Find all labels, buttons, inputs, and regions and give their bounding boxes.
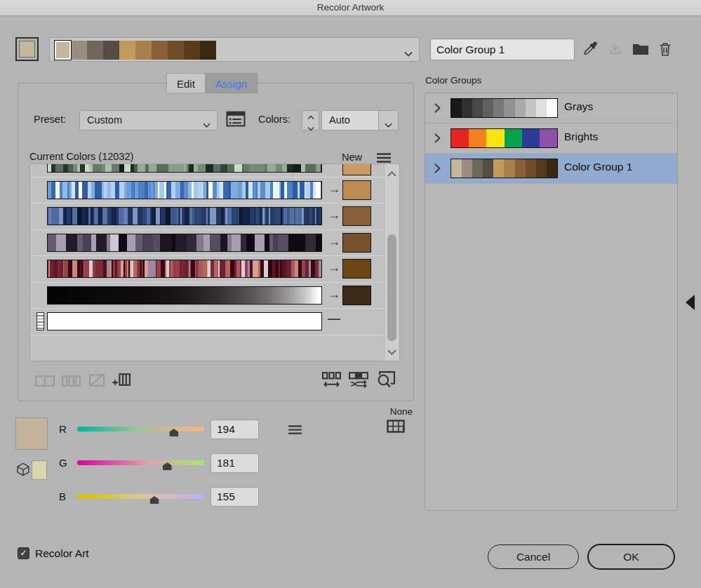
swatch-cell: [515, 159, 526, 178]
preset-select[interactable]: Custom: [79, 110, 218, 131]
recolor-art-checkbox[interactable]: ✓: [18, 547, 29, 559]
tab-edit[interactable]: Edit: [166, 73, 205, 93]
chevron-down-icon: [385, 119, 392, 130]
stepper-up-icon: [307, 115, 314, 120]
arrow-icon: →: [325, 208, 343, 222]
color-group-row[interactable]: Brights: [425, 123, 677, 154]
merge-colors-button-disabled[interactable]: [35, 375, 55, 390]
no-new-color-dash: —: [325, 312, 343, 326]
original-colors-strip[interactable]: [47, 260, 322, 278]
colors-stepper[interactable]: [302, 110, 319, 131]
distribute-colors-button[interactable]: [322, 372, 341, 390]
original-colors-strip[interactable]: [47, 207, 322, 225]
swatch-cell: [526, 99, 536, 117]
value-input-b[interactable]: [211, 487, 259, 507]
new-color-swatch[interactable]: [342, 259, 371, 279]
strip-swatch: [103, 41, 119, 60]
value-input-g[interactable]: [211, 453, 259, 473]
save-icon: [607, 41, 623, 58]
new-color-swatch[interactable]: [342, 206, 371, 226]
current-color-row-maroons[interactable]: →: [30, 256, 385, 283]
scrollbar-thumb[interactable]: [387, 234, 396, 341]
colors-select-chevron-cell[interactable]: [378, 111, 398, 130]
original-colors-strip[interactable]: [47, 234, 322, 252]
in-gamut-color-swatch[interactable]: [32, 460, 47, 480]
cancel-button[interactable]: Cancel: [488, 544, 579, 569]
row-grip-icon[interactable]: [36, 312, 44, 330]
slider-g[interactable]: [77, 460, 204, 465]
original-colors-strip[interactable]: [47, 312, 322, 330]
preset-options-button[interactable]: [226, 111, 246, 129]
group-name-input[interactable]: [430, 39, 575, 60]
eyedropper-button[interactable]: [582, 40, 599, 60]
separate-colors-button-disabled[interactable]: [62, 375, 81, 390]
delete-group-button[interactable]: [657, 41, 673, 60]
slider-handle-g[interactable]: [163, 462, 172, 470]
find-color-button[interactable]: [376, 371, 395, 390]
color-group-row[interactable]: Color Group 1: [425, 154, 677, 184]
group-swatch-strip: [450, 98, 558, 118]
swatch-library-button[interactable]: [387, 420, 410, 437]
original-colors-strip[interactable]: [47, 181, 322, 199]
new-color-swatch[interactable]: [342, 233, 371, 253]
randomize-order-button[interactable]: [349, 372, 369, 390]
current-color-row-white[interactable]: —: [30, 309, 385, 335]
strip-swatch: [71, 41, 87, 60]
original-colors-strip[interactable]: [47, 164, 322, 173]
preset-value: Custom: [87, 114, 122, 126]
ok-button[interactable]: OK: [587, 544, 675, 570]
value-input-r[interactable]: [211, 420, 259, 439]
chevron-down-icon: [203, 119, 211, 130]
new-color-swatch[interactable]: [342, 180, 371, 200]
group-name: Color Group 1: [564, 161, 632, 173]
color-group-row[interactable]: Grays: [425, 93, 677, 123]
expand-chevron-icon[interactable]: [434, 163, 441, 175]
tab-assign[interactable]: Assign: [205, 73, 258, 93]
expand-chevron-icon[interactable]: [434, 103, 441, 115]
color-strip-swatches: [55, 41, 216, 60]
out-of-gamut-cube-icon[interactable]: [16, 462, 30, 479]
collapse-panel-arrow[interactable]: [686, 295, 695, 310]
current-color-row-purples[interactable]: →: [30, 230, 385, 257]
new-color-swatch[interactable]: [342, 164, 371, 175]
current-color-row-dark-blues[interactable]: →: [30, 203, 385, 230]
recolor-artwork-dialog: Recolor Artwork Color Groups GraysBright…: [0, 0, 701, 588]
slider-handle-r[interactable]: [169, 429, 178, 436]
color-strip-dropdown[interactable]: [49, 37, 420, 62]
swatch-library-grid-icon: [387, 420, 410, 435]
group-name: Grays: [564, 100, 593, 113]
swatch-cell: [451, 159, 462, 178]
new-row-button[interactable]: [112, 373, 131, 389]
save-group-button-disabled[interactable]: [607, 41, 623, 60]
swatch-cell: [536, 99, 547, 117]
scrollbar[interactable]: [384, 164, 399, 361]
swatch-cell: [469, 129, 486, 147]
current-color-row-greens[interactable]: [30, 164, 385, 178]
strip-swatch: [168, 41, 184, 60]
strip-swatch: [55, 41, 71, 60]
slider-r[interactable]: [77, 427, 204, 432]
stepper-down-icon: [307, 126, 314, 131]
swatch-cell: [547, 99, 557, 117]
exclude-colors-button-disabled[interactable]: [88, 373, 106, 390]
swatch-cell: [483, 159, 493, 178]
slider-b[interactable]: [77, 494, 204, 499]
colors-count-select[interactable]: Auto: [321, 110, 399, 131]
slider-handle-b[interactable]: [150, 496, 159, 504]
new-color-swatch[interactable]: [342, 286, 371, 305]
color-groups-list: GraysBrightsColor Group 1: [425, 93, 677, 184]
expand-chevron-icon[interactable]: [434, 133, 441, 145]
original-colors-strip[interactable]: [47, 286, 322, 305]
swatch-cell: [505, 129, 522, 147]
current-color-row-black-ramp[interactable]: →: [30, 283, 385, 309]
color-groups-panel: GraysBrightsColor Group 1: [425, 93, 678, 511]
swatch-cell: [486, 129, 504, 147]
merge-colors-icon: [35, 375, 55, 388]
current-color-row-light-blues[interactable]: →: [30, 178, 385, 204]
folder-button[interactable]: [632, 41, 649, 59]
swatch-cell: [504, 159, 514, 178]
current-color-swatch: [19, 41, 35, 58]
mixer-menu-button[interactable]: [288, 425, 302, 437]
scroll-up-icon[interactable]: [387, 168, 396, 179]
scroll-down-icon[interactable]: [387, 346, 396, 357]
